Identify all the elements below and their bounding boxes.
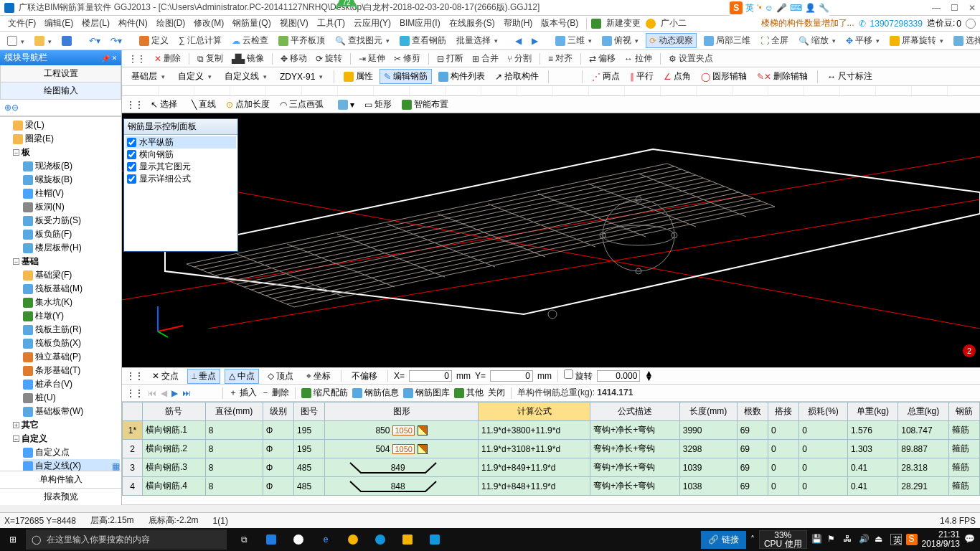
handle-icon[interactable]: ⋮⋮	[126, 53, 148, 65]
type-combo[interactable]: 自定义线	[220, 69, 272, 84]
save-button[interactable]	[59, 35, 75, 47]
del-axis-button[interactable]: ✎✕删除辅轴	[753, 70, 811, 83]
app-icon-4[interactable]	[367, 528, 393, 551]
tree-cast-slab[interactable]: 现浇板(B)	[23, 159, 120, 173]
tree-custom-group[interactable]: −自定义	[13, 432, 120, 446]
x-input[interactable]	[409, 370, 452, 382]
local-3d-button[interactable]: 局部三维	[701, 34, 753, 47]
trim-button[interactable]: ✂修剪	[392, 52, 423, 65]
delete-button[interactable]: ✕删除	[152, 52, 183, 65]
select-tool[interactable]: ↖选择	[148, 98, 180, 111]
sogou-keyboard-icon[interactable]: ⌨	[790, 3, 802, 13]
tray-disk-icon[interactable]: 💾	[811, 534, 823, 545]
arc3-tool[interactable]: ◠三点画弧	[277, 98, 326, 111]
chk-horiz-long[interactable]: 水平纵筋	[126, 136, 236, 149]
cloud-check-button[interactable]: ☁云检查	[229, 34, 271, 47]
prev-nav-button[interactable]: ◀	[512, 35, 524, 47]
open-file-button[interactable]	[32, 35, 55, 47]
tree-iso-found[interactable]: 独立基础(P)	[23, 350, 120, 364]
menu-version[interactable]: 版本号(B)	[537, 16, 582, 31]
redo-button[interactable]: ↷▾	[108, 35, 125, 47]
nav-first[interactable]: ⏮	[148, 388, 156, 398]
tree-foundation-group[interactable]: −基础	[13, 255, 120, 268]
tab-draw-input[interactable]: 绘图输入	[0, 83, 121, 100]
3d-view-button[interactable]: 三维	[552, 34, 595, 47]
split-button[interactable]: ⑂分割	[505, 52, 534, 65]
app-icon-2[interactable]	[286, 528, 311, 551]
app-icon-5[interactable]	[395, 528, 420, 551]
tree-expand-all-icon[interactable]: ⊕⊖	[4, 103, 19, 113]
tree-other-group[interactable]: +其它	[13, 418, 120, 432]
delete-row-button[interactable]: －删除	[261, 387, 289, 399]
nav-prev[interactable]: ◀	[161, 388, 167, 398]
arc-axis-button[interactable]: ◯圆形辅轴	[697, 70, 750, 83]
y-input[interactable]	[490, 370, 533, 382]
line-tool[interactable]: ╲直线	[189, 98, 219, 111]
addlen-tool[interactable]: ⊙点加长度	[223, 98, 273, 111]
tree-found-band[interactable]: 基础板带(W)	[23, 405, 120, 418]
align-button[interactable]: ≡对齐	[546, 52, 575, 65]
tab-project-settings[interactable]: 工程设置	[0, 65, 121, 83]
chk-show-formula[interactable]: 显示详细公式	[126, 173, 236, 185]
stretch-button[interactable]: ↔拉伸	[622, 52, 654, 65]
app-icon-1[interactable]	[258, 528, 284, 551]
edit-rebar-button[interactable]: ✎编辑钢筋	[380, 69, 432, 84]
menu-cloud[interactable]: 云应用(Y)	[350, 16, 395, 31]
tray-vol-icon[interactable]: 🔊	[859, 534, 870, 545]
sum-button[interactable]: ∑ 汇总计算	[176, 34, 225, 47]
angle-button[interactable]: ∠点角	[660, 70, 694, 83]
snap-vertex[interactable]: ◇ 顶点	[263, 369, 298, 384]
tree-raft-neg[interactable]: 筏板负筋(X)	[23, 336, 120, 350]
chk-transverse[interactable]: 横向钢筋	[126, 149, 236, 161]
angle-input[interactable]	[597, 370, 640, 382]
tray-ime-icon[interactable]: 英	[890, 534, 902, 545]
start-button[interactable]: ⊞	[0, 528, 26, 551]
dynamic-view-button[interactable]: ⟳动态观察	[646, 33, 697, 48]
other-button[interactable]: 其他	[454, 387, 484, 399]
sogou-mic-icon[interactable]: 🎤	[776, 3, 787, 13]
undo-button[interactable]: ↶▾	[86, 35, 103, 47]
sogou-person-icon[interactable]: 👤	[805, 3, 816, 13]
find-element-button[interactable]: 🔍查找图元	[332, 34, 392, 47]
fullscreen-button[interactable]: ⛶全屏	[758, 34, 791, 47]
sidebar-close-icon[interactable]: ×	[112, 53, 117, 63]
snap-perp[interactable]: ⟂ 垂点	[187, 369, 220, 384]
tab-single-member[interactable]: 单构件输入	[0, 471, 121, 488]
category-combo[interactable]: 自定义	[173, 69, 217, 84]
tree-slab-neg-bar[interactable]: 板负筋(F)	[23, 227, 120, 241]
tree-raft[interactable]: 筏板基础(M)	[23, 282, 120, 296]
rotate-check[interactable]: 旋转	[564, 369, 593, 382]
task-view-icon[interactable]: ⧉	[231, 528, 257, 551]
menu-bim[interactable]: BIM应用(I)	[396, 16, 444, 31]
tray-notif-icon[interactable]: 💬	[964, 534, 976, 545]
tree-custom-line[interactable]: 自定义线(X)▦	[23, 459, 120, 471]
tree-spiral-slab[interactable]: 螺旋板(B)	[23, 173, 120, 187]
snap-cross[interactable]: ✕ 交点	[148, 369, 183, 384]
nav-tree[interactable]: 梁(L) 圈梁(E) −板 现浇板(B) 螺旋板(B) 柱帽(V) 板洞(N) …	[0, 116, 121, 471]
copy-button[interactable]: ⧉复制	[195, 52, 225, 65]
snap-coord[interactable]: ⌖ 坐标	[302, 369, 335, 384]
ext1-button[interactable]: ▾	[335, 99, 357, 110]
zoom-button[interactable]: 🔍缩放	[796, 34, 839, 47]
tray-chevron-icon[interactable]: ˄	[750, 534, 755, 545]
tree-pile[interactable]: 桩(U)	[23, 391, 120, 405]
code-combo[interactable]: ZDYX-91	[275, 70, 328, 83]
tray-clock[interactable]: 21:312018/9/13	[922, 530, 960, 549]
menu-draw[interactable]: 绘图(D)	[153, 16, 189, 31]
tray-flag-icon[interactable]: ⚑	[827, 534, 839, 545]
scale-rebar-button[interactable]: 缩尺配筋	[301, 387, 348, 399]
offset-mode[interactable]: 不偏移	[347, 369, 382, 384]
tree-found-beam[interactable]: 基础梁(F)	[23, 268, 120, 282]
nav-last[interactable]: ⏭	[182, 388, 191, 398]
sogou-settings-icon[interactable]: 🔧	[819, 3, 829, 13]
tree-slab-main-bar[interactable]: 板受力筋(S)	[23, 214, 120, 227]
view-rebar-button[interactable]: 查看钢筋	[397, 34, 449, 47]
batch-select-button[interactable]: 批量选择	[453, 34, 501, 47]
angle-spinner[interactable]: ▲▼	[644, 371, 653, 381]
app-icon-6[interactable]	[422, 528, 448, 551]
rect-tool[interactable]: ▭矩形	[362, 98, 395, 111]
tree-floor-band[interactable]: 楼层板带(H)	[23, 241, 120, 255]
next-nav-button[interactable]: ▶	[529, 35, 541, 47]
flat-top-button[interactable]: 平齐板顶	[275, 34, 328, 47]
tree-custom-point[interactable]: 自定义点	[23, 446, 120, 459]
